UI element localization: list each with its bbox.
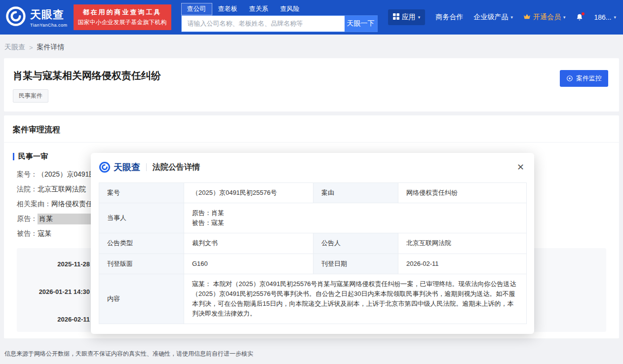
stage-accent-bar	[13, 153, 14, 160]
case-monitor-button[interactable]: 案件监控	[560, 70, 608, 87]
top-header: 天眼查 TianYanCha.com 都在用的商业查询工具 国家中小企业发展子基…	[0, 0, 623, 35]
tianyancha-eye-icon	[99, 161, 111, 173]
chevron-down-icon: ▾	[418, 15, 421, 20]
promo-badge-line2: 国家中小企业发展子基金旗下机构	[78, 18, 167, 27]
cell-value: G160	[184, 254, 313, 274]
section-title: 案件审理流程	[4, 115, 619, 143]
crown-icon	[523, 13, 531, 21]
monitor-icon	[566, 75, 573, 82]
timeline-date: 2026-02-11	[17, 316, 90, 323]
nav-business-label: 商务合作	[435, 13, 463, 22]
stage-title: 民事一审	[18, 152, 48, 161]
search-button[interactable]: 天眼一下	[345, 16, 377, 32]
search-tabs: 查公司 查老板 查关系 查风险	[181, 3, 378, 15]
modal-tianyancha-logo: 天眼查	[99, 161, 140, 173]
tianyancha-logo[interactable]: 天眼查 TianYanCha.com	[5, 5, 68, 29]
chevron-down-icon: ▾	[563, 15, 566, 20]
table-row: 当事人 原告：肖某 被告：寇某	[99, 203, 527, 233]
cell-label: 内容	[99, 274, 184, 324]
field-label: 案号：	[17, 170, 38, 179]
modal-logo-name: 天眼查	[114, 161, 140, 173]
breadcrumb-separator: >	[29, 44, 33, 51]
cell-value: 2026-02-11	[398, 254, 527, 274]
party-plaintiff: 原告：肖某	[192, 208, 518, 218]
cell-label: 刊登版面	[99, 254, 184, 274]
chevron-down-icon: ▾	[510, 15, 513, 20]
nav-business-cooperation[interactable]: 商务合作	[435, 13, 463, 22]
cell-label: 当事人	[99, 203, 184, 233]
nav-vip-label: 开通会员	[533, 13, 561, 22]
nav-enterprise-products[interactable]: 企业级产品 ▾	[473, 13, 513, 22]
logo-domain: TianYanCha.com	[30, 23, 68, 28]
field-value[interactable]: 北京互联网法院	[38, 185, 86, 194]
field-label: 法院：	[17, 185, 38, 194]
divider	[146, 163, 147, 171]
cell-label: 案由	[313, 183, 398, 203]
footer-disclaimer: 信息来源于网络公开数据，天眼查不保证内容的真实性、准确性，请使用信息前自行进一步…	[4, 350, 253, 358]
nav-apps[interactable]: 应用 ▾	[388, 9, 426, 25]
nav-apps-label: 应用	[402, 13, 416, 22]
tianyancha-eye-icon	[5, 5, 27, 29]
table-row: 刊登版面 G160 刊登日期 2026-02-11	[99, 254, 527, 274]
modal-title: 法院公告详情	[153, 162, 200, 173]
timeline-date: 2025-11-28	[17, 260, 90, 268]
promo-badge-line1: 都在用的商业查询工具	[78, 8, 167, 17]
nav-account-phone[interactable]: 186... ▾	[594, 13, 616, 21]
table-row: 公告类型 裁判文书 公告人 北京互联网法院	[99, 233, 527, 254]
table-row: 案号 （2025）京0491民初25576号 案由 网络侵权责任纠纷	[99, 183, 527, 203]
cell-label: 公告类型	[99, 233, 184, 254]
modal-header: 天眼查 法院公告详情 ✕	[91, 153, 534, 182]
cell-label: 公告人	[313, 233, 398, 254]
nav-open-vip[interactable]: 开通会员 ▾	[523, 13, 566, 22]
notification-dot	[582, 12, 584, 15]
promo-badge: 都在用的商业查询工具 国家中小企业发展子基金旗下机构	[74, 4, 171, 30]
monitor-button-label: 案件监控	[576, 74, 602, 83]
timeline-date: 2026-01-21 14:30	[17, 288, 90, 295]
cell-value: （2025）京0491民初25576号	[184, 183, 313, 203]
table-row: 内容 寇某： 本院对（2025）京0491民初25576号肖某与寇某网络侵权责任…	[99, 274, 527, 324]
search-tab-boss[interactable]: 查老板	[212, 3, 243, 15]
court-announcement-modal: 天眼查 法院公告详情 ✕ 案号 （2025）京0491民初25576号 案由 网…	[91, 153, 534, 334]
plaintiff-highlight[interactable]: 肖某	[38, 214, 96, 224]
nav-enterprise-label: 企业级产品	[473, 13, 508, 22]
breadcrumb-current: 案件详情	[37, 43, 65, 52]
search-tab-risk[interactable]: 查风险	[274, 3, 306, 15]
announcement-content: 寇某： 本院对（2025）京0491民初25576号肖某与寇某网络侵权责任纠纷一…	[184, 274, 527, 324]
header-search: 查公司 查老板 查关系 查风险 天眼一下	[181, 3, 378, 32]
search-tab-relation[interactable]: 查关系	[243, 3, 274, 15]
party-defendant: 被告：寇某	[192, 218, 518, 228]
breadcrumb-home[interactable]: 天眼查	[4, 43, 25, 52]
field-label: 相关案由：	[17, 200, 51, 209]
case-header-card: 肖某与寇某相关网络侵权责任纠纷 民事案件 案件监控	[4, 58, 619, 111]
cell-label: 刊登日期	[313, 254, 398, 274]
field-value[interactable]: 寇某	[38, 229, 51, 238]
field-label: 被告：	[17, 229, 38, 238]
nav-account-label: 186...	[594, 13, 611, 21]
cell-value: 原告：肖某 被告：寇某	[184, 203, 527, 233]
logo-name: 天眼查	[30, 7, 68, 22]
apps-grid-icon	[393, 13, 399, 21]
cell-value: 网络侵权责任纠纷	[398, 183, 527, 203]
breadcrumb: 天眼查 > 案件详情	[0, 35, 623, 58]
page-title: 肖某与寇某相关网络侵权责任纠纷	[13, 69, 610, 82]
announcement-table: 案号 （2025）京0491民初25576号 案由 网络侵权责任纠纷 当事人 原…	[99, 182, 527, 324]
search-tab-company[interactable]: 查公司	[181, 3, 212, 15]
notification-bell-icon[interactable]	[576, 13, 584, 22]
field-label: 原告：	[17, 215, 38, 223]
cell-label: 案号	[99, 183, 184, 203]
cell-value: 北京互联网法院	[398, 233, 527, 254]
cell-value: 裁判文书	[184, 233, 313, 254]
case-type-tag: 民事案件	[13, 89, 48, 103]
close-icon[interactable]: ✕	[517, 163, 524, 172]
header-nav: 应用 ▾ 商务合作 企业级产品 ▾ 开通会员 ▾ 1	[388, 9, 616, 25]
search-input[interactable]	[182, 16, 345, 32]
chevron-down-icon: ▾	[614, 15, 616, 20]
